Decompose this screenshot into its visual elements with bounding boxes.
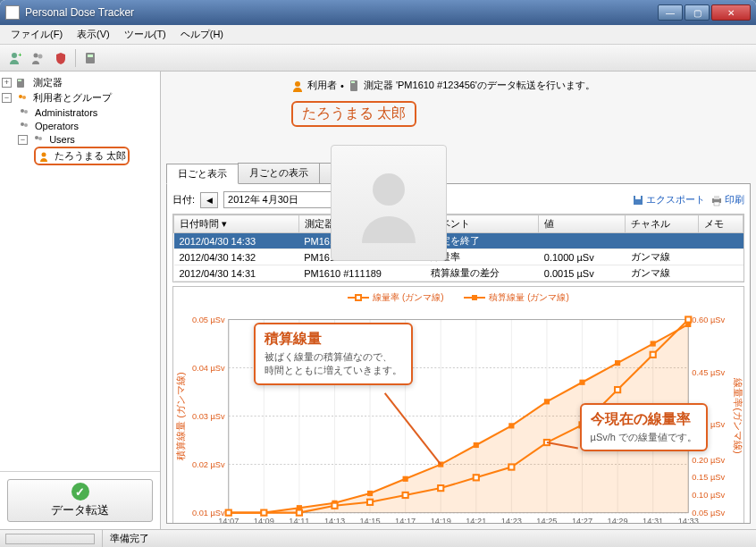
svg-text:14:07: 14:07 bbox=[218, 517, 239, 524]
info-sep: • bbox=[340, 80, 344, 91]
svg-point-11 bbox=[24, 110, 28, 114]
table-header[interactable]: メモ bbox=[698, 215, 743, 233]
svg-text:14:15: 14:15 bbox=[359, 517, 380, 524]
table-header[interactable]: チャネル bbox=[626, 215, 699, 233]
svg-point-8 bbox=[19, 95, 22, 98]
table-cell bbox=[698, 233, 743, 249]
date-prev-button[interactable]: ◀ bbox=[200, 192, 218, 208]
svg-point-10 bbox=[21, 109, 24, 113]
svg-text:線量率(ガンマ線): 線量率(ガンマ線) bbox=[733, 377, 743, 454]
callout-title: 今現在の線量率 bbox=[591, 410, 697, 429]
table-cell bbox=[698, 249, 743, 265]
print-icon bbox=[710, 194, 723, 206]
table-row[interactable]: 2012/04/30 14:32PM1610 #111189線量率0.1000 … bbox=[174, 249, 743, 265]
svg-rect-101 bbox=[651, 352, 656, 358]
svg-rect-90 bbox=[261, 510, 266, 516]
tree-node-users[interactable]: − Users bbox=[2, 132, 158, 146]
svg-rect-20 bbox=[351, 81, 355, 83]
export-button[interactable]: エクスポート bbox=[632, 193, 705, 206]
svg-rect-5 bbox=[88, 55, 93, 57]
close-button[interactable]: ✕ bbox=[711, 4, 751, 21]
callout-body: µSv/h での線量値です。 bbox=[591, 431, 697, 444]
titlebar[interactable]: Personal Dose Tracker — ▢ ✕ bbox=[0, 0, 756, 25]
tab-content: 日付: ◀ 2012年 4月30日 ▦▾ ▶ エクスポート 印刷 bbox=[166, 184, 751, 524]
menubar: ファイル(F) 表示(V) ツール(T) ヘルプ(H) bbox=[0, 25, 756, 45]
svg-text:14:17: 14:17 bbox=[395, 517, 416, 524]
table-row[interactable]: 2012/04/30 14:33PM1610 #111189測定を終了 bbox=[174, 233, 743, 249]
tree-node-admins[interactable]: Administrators bbox=[2, 105, 158, 119]
collapse-icon[interactable]: − bbox=[2, 93, 12, 103]
menu-tools[interactable]: ツール(T) bbox=[117, 26, 173, 43]
info-message: 測定器 'PM1610 #123456'のデータ転送を行います。 bbox=[364, 79, 595, 92]
data-transfer-button[interactable]: ✓ データ転送 bbox=[7, 479, 153, 522]
svg-text:14:31: 14:31 bbox=[643, 517, 663, 524]
group-icon bbox=[18, 121, 30, 131]
expand-icon[interactable]: + bbox=[2, 78, 12, 88]
date-value: 2012年 4月30日 bbox=[228, 193, 298, 206]
tree-node-users-root[interactable]: − 利用者とグループ bbox=[2, 90, 158, 105]
svg-point-9 bbox=[22, 96, 26, 99]
svg-rect-87 bbox=[651, 341, 656, 346]
tree-node-operators[interactable]: Operators bbox=[2, 119, 158, 132]
toolbar-add-user-icon[interactable]: + bbox=[4, 47, 25, 69]
callout-doserate: 今現在の線量率 µSv/h での線量値です。 bbox=[580, 403, 708, 451]
toolbar-security-icon[interactable] bbox=[50, 47, 71, 69]
svg-text:14:21: 14:21 bbox=[466, 517, 486, 524]
table-cell: PM1610 #111189 bbox=[298, 265, 424, 282]
svg-rect-93 bbox=[367, 500, 373, 505]
table-cell: 2012/04/30 14:31 bbox=[174, 265, 299, 282]
svg-text:14:25: 14:25 bbox=[536, 517, 557, 524]
check-icon: ✓ bbox=[71, 483, 89, 501]
table-header[interactable]: 値 bbox=[539, 215, 626, 233]
content-area: + 測定器 − 利用者とグループ Administrators Operator… bbox=[0, 72, 756, 529]
toolbar-users-icon[interactable] bbox=[27, 47, 48, 69]
svg-point-18 bbox=[295, 81, 300, 87]
print-button[interactable]: 印刷 bbox=[710, 193, 744, 206]
app-window: Personal Dose Tracker — ▢ ✕ ファイル(F) 表示(V… bbox=[0, 0, 756, 547]
data-table[interactable]: 日付時間 ▾測定器イベント値チャネルメモ 2012/04/30 14:33PM1… bbox=[172, 214, 744, 282]
menu-view[interactable]: 表示(V) bbox=[70, 26, 117, 43]
table-header[interactable]: 日付時間 ▾ bbox=[174, 215, 299, 233]
collapse-icon[interactable]: − bbox=[18, 135, 28, 145]
user-icon bbox=[291, 80, 304, 92]
menu-file[interactable]: ファイル(F) bbox=[4, 26, 70, 43]
svg-text:0.03 µSv: 0.03 µSv bbox=[192, 412, 225, 421]
table-cell bbox=[698, 265, 743, 282]
svg-text:0.15 µSv: 0.15 µSv bbox=[692, 473, 725, 482]
save-icon bbox=[632, 194, 644, 206]
table-cell bbox=[626, 233, 699, 249]
tree-node-selected-user[interactable]: たろうまる 太郎 bbox=[2, 146, 158, 166]
svg-rect-92 bbox=[332, 503, 337, 509]
maximize-button[interactable]: ▢ bbox=[685, 4, 710, 21]
table-row[interactable]: 2012/04/30 14:31PM1610 #111189積算線量の差分0.0… bbox=[174, 265, 743, 282]
svg-point-14 bbox=[35, 136, 38, 139]
tab-day[interactable]: 日ごと表示 bbox=[166, 164, 239, 184]
svg-rect-89 bbox=[226, 510, 231, 516]
svg-rect-95 bbox=[438, 485, 443, 491]
svg-text:14:19: 14:19 bbox=[431, 517, 451, 524]
table-cell: 0.0015 µSv bbox=[539, 265, 626, 282]
svg-rect-83 bbox=[508, 423, 514, 428]
tree-view[interactable]: + 測定器 − 利用者とグループ Administrators Operator… bbox=[0, 72, 160, 471]
info-bar: 利用者 • 測定器 'PM1610 #123456'のデータ転送を行います。 bbox=[291, 77, 751, 94]
svg-text:14:09: 14:09 bbox=[254, 517, 274, 524]
minimize-button[interactable]: — bbox=[658, 4, 683, 21]
svg-rect-80 bbox=[403, 476, 408, 482]
svg-text:0.05 µSv: 0.05 µSv bbox=[192, 316, 225, 324]
legend-item-cumdose: 積算線量 (ガンマ線) bbox=[464, 291, 568, 304]
svg-text:0.02 µSv: 0.02 µSv bbox=[192, 460, 225, 469]
svg-point-13 bbox=[24, 123, 28, 127]
table-cell bbox=[539, 233, 626, 249]
toolbar-device-icon[interactable] bbox=[80, 47, 101, 69]
device-icon bbox=[348, 80, 360, 92]
tree-node-devices[interactable]: + 測定器 bbox=[2, 75, 158, 90]
group-icon bbox=[18, 107, 30, 118]
svg-rect-86 bbox=[615, 360, 620, 366]
svg-rect-7 bbox=[18, 80, 21, 81]
tab-month[interactable]: 月ごとの表示 bbox=[238, 163, 320, 183]
menu-help[interactable]: ヘルプ(H) bbox=[173, 26, 231, 43]
app-icon bbox=[5, 5, 20, 20]
table-cell: 2012/04/30 14:32 bbox=[174, 249, 299, 265]
left-panel: + 測定器 − 利用者とグループ Administrators Operator… bbox=[0, 72, 161, 529]
chart-legend: 線量率 (ガンマ線) 積算線量 (ガンマ線) bbox=[173, 287, 743, 307]
